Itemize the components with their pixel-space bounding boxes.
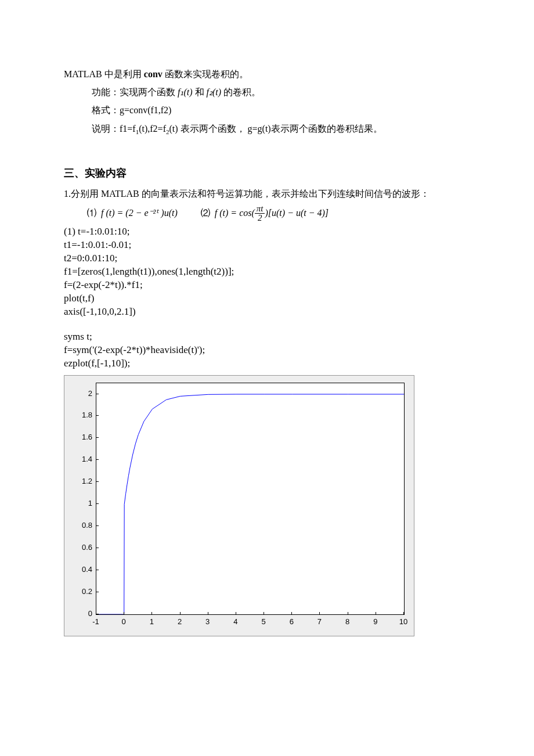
x-tick-label: 1 bbox=[143, 617, 160, 626]
series-line bbox=[96, 394, 404, 614]
code-line: t2=0:0.01:10; bbox=[64, 252, 470, 265]
document-page: MATLAB 中是利用 conv 函数来实现卷积的。 功能：实现两个函数 f₁(… bbox=[0, 0, 534, 671]
x-tick-mark bbox=[376, 612, 376, 615]
x-tick-mark bbox=[264, 612, 264, 615]
x-tick-label: 6 bbox=[283, 617, 300, 626]
text: 说明：f1=f bbox=[92, 124, 136, 134]
text: 的卷积。 bbox=[221, 87, 261, 97]
code-line: f=sym('(2-exp(-2*t))*heaviside(t)'); bbox=[64, 344, 470, 357]
x-tick-label: 9 bbox=[367, 617, 384, 626]
x-tick-mark bbox=[151, 612, 152, 615]
y-tick-label: 1.6 bbox=[64, 433, 92, 441]
section-heading: 三、实验内容 bbox=[64, 166, 470, 180]
code-line: f1=[zeros(1,length(t1)),ones(1,length(t2… bbox=[64, 265, 470, 279]
code-block-1: (1) t=-1:0.01:10; t1=-1:0.01:-0.01; t2=0… bbox=[64, 225, 470, 319]
text: 函数来实现卷积的。 bbox=[163, 69, 248, 79]
plot-axes bbox=[96, 383, 405, 615]
task-1-desc: 1.分别用 MATLAB 的向量表示法和符号运算功能，表示并绘出下列连续时间信号… bbox=[64, 186, 470, 201]
eq2-label: ⑵ bbox=[201, 208, 210, 218]
intro-line-1: MATLAB 中是利用 conv 函数来实现卷积的。 bbox=[64, 66, 470, 82]
eq1-label: ⑴ bbox=[87, 208, 96, 218]
intro-line-2: 功能：实现两个函数 f₁(t) 和 f₂(t) 的卷积。 bbox=[64, 84, 470, 100]
x-tick-mark bbox=[319, 612, 320, 615]
text: (t) 表示两个函数， g=g(t)表示两个函数的卷积结果。 bbox=[169, 124, 382, 134]
y-tick-mark bbox=[96, 394, 99, 394]
y-tick-label: 2 bbox=[64, 389, 92, 398]
y-tick-mark bbox=[96, 415, 99, 416]
conv-keyword: conv bbox=[144, 69, 163, 79]
x-tick-label: 4 bbox=[227, 617, 244, 626]
y-tick-label: 0.6 bbox=[64, 543, 92, 552]
code-line: f=(2-exp(-2*t)).*f1; bbox=[64, 279, 470, 292]
y-tick-label: 0.4 bbox=[64, 565, 92, 574]
code-line: plot(t,f) bbox=[64, 292, 470, 305]
numerator: πt bbox=[255, 204, 265, 214]
text: 和 bbox=[193, 87, 207, 97]
x-tick-mark bbox=[291, 612, 292, 615]
eq2-part-a: f (t) = cos( bbox=[215, 208, 255, 218]
matlab-figure: 00.20.40.60.811.21.41.61.82-101234567891… bbox=[64, 375, 414, 636]
eq1: f (t) = (2 − e⁻²ᵗ )u(t) bbox=[101, 208, 178, 218]
y-tick-label: 1.2 bbox=[64, 477, 92, 485]
code-line: axis([-1,10,0,2.1]) bbox=[64, 305, 470, 319]
y-tick-mark bbox=[96, 437, 99, 438]
y-tick-mark bbox=[96, 570, 99, 570]
x-tick-label: -1 bbox=[87, 617, 104, 626]
intro-line-3: 格式：g=conv(f1,f2) bbox=[64, 102, 470, 118]
x-tick-label: 3 bbox=[199, 617, 217, 626]
eq2-part-b: )[u(t) − u(t − 4)] bbox=[265, 208, 329, 218]
y-tick-label: 0 bbox=[64, 609, 92, 618]
y-tick-label: 1 bbox=[64, 499, 92, 507]
y-tick-mark bbox=[96, 525, 99, 526]
denominator: 2 bbox=[255, 214, 265, 223]
x-tick-mark bbox=[348, 612, 348, 615]
text: MATLAB 中是利用 bbox=[64, 69, 144, 79]
code-line: (1) t=-1:0.01:10; bbox=[64, 225, 470, 239]
y-tick-label: 0.8 bbox=[64, 521, 92, 530]
x-tick-mark bbox=[180, 612, 181, 615]
y-tick-mark bbox=[96, 503, 99, 504]
y-tick-mark bbox=[96, 459, 99, 460]
y-tick-mark bbox=[96, 481, 99, 482]
x-tick-mark bbox=[236, 612, 236, 615]
code-block-2: syms t; f=sym('(2-exp(-2*t))*heaviside(t… bbox=[64, 330, 470, 370]
code-line: t1=-1:0.01:-0.01; bbox=[64, 239, 470, 252]
y-tick-mark bbox=[96, 592, 99, 592]
formula-f2: f₂(t) bbox=[207, 87, 222, 97]
x-tick-mark bbox=[96, 612, 96, 615]
y-tick-label: 1.8 bbox=[64, 411, 92, 419]
code-line: ezplot(f,[-1,10]); bbox=[64, 357, 470, 370]
code-line: syms t; bbox=[64, 330, 470, 344]
x-tick-mark bbox=[124, 612, 124, 615]
x-tick-label: 10 bbox=[395, 617, 412, 626]
y-tick-label: 1.4 bbox=[64, 455, 92, 463]
x-tick-label: 7 bbox=[311, 617, 328, 626]
text: (t),f2=f bbox=[139, 124, 166, 134]
intro-line-4: 说明：f1=f1(t),f2=f2(t) 表示两个函数， g=g(t)表示两个函… bbox=[64, 121, 470, 138]
x-tick-label: 5 bbox=[255, 617, 272, 626]
y-tick-mark bbox=[96, 548, 99, 548]
equations-row: ⑴ f (t) = (2 − e⁻²ᵗ )u(t) ⑵ f (t) = cos(… bbox=[64, 204, 470, 224]
formula-f1: f₁(t) bbox=[178, 87, 193, 97]
x-tick-mark bbox=[403, 612, 404, 615]
x-tick-label: 8 bbox=[339, 617, 356, 626]
fraction: πt2 bbox=[255, 204, 265, 224]
y-tick-label: 0.2 bbox=[64, 587, 92, 596]
x-tick-mark bbox=[208, 612, 208, 615]
x-tick-label: 2 bbox=[171, 617, 189, 626]
curve-line bbox=[96, 383, 404, 614]
text: 功能：实现两个函数 bbox=[92, 87, 178, 97]
x-tick-label: 0 bbox=[115, 617, 132, 626]
